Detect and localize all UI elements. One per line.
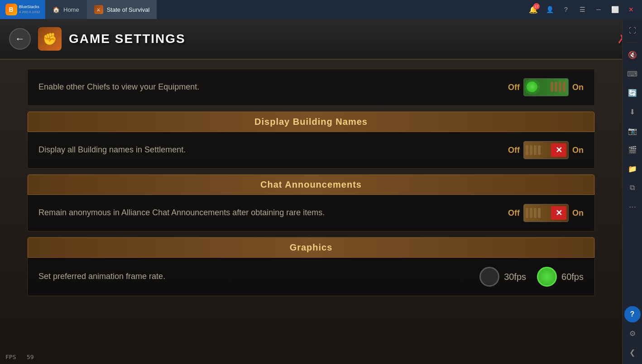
back-sidebar-button[interactable]: ❮ [624,344,641,360]
settings-header-icon: ✊ [38,27,62,51]
maximize-button[interactable]: ⬜ [608,2,622,17]
building-names-toggle-group: Off ✕ On [508,141,584,159]
equipment-on-label: On [572,83,584,92]
bluestacks-logo: B BlueStacks 4.260.0.1032 [0,0,45,19]
folder-button[interactable]: 📁 [624,161,641,177]
chat-description: Remain anonymous in Alliance Chat Announ… [38,207,508,218]
game-tab[interactable]: ⚔ State of Survival [87,0,158,19]
volume-button[interactable]: 🔇 [624,47,641,63]
equipment-toggle[interactable] [523,78,569,96]
building-names-toggle[interactable]: ✕ [523,141,569,159]
fps-value: 59 [27,354,34,360]
chat-announcements-card: Chat Announcements Remain anonymous in A… [27,174,595,232]
close-button[interactable]: ✕ [624,2,638,17]
notif-badge: 17 [533,3,540,9]
content-area: Enable other Chiefs to view your Equipme… [0,60,622,364]
bs-icon: B [5,4,17,15]
graphics-title: Graphics [290,242,333,252]
fps30-option[interactable]: 30fps [479,267,526,287]
home-tab-label: Home [63,6,79,13]
building-names-description: Display all Building names in Settlement… [38,144,508,156]
rotate-button[interactable]: 🔄 [624,85,641,101]
title-bar: B BlueStacks 4.260.0.1032 🏠 Home ⚔ State… [0,0,642,19]
fps60-label: 60fps [561,272,584,282]
equipment-setting-row: Enable other Chiefs to view your Equipme… [28,69,594,105]
building-on-label: On [572,146,584,155]
chat-announcements-header: Chat Announcements [28,175,594,195]
page-title: GAME SETTINGS [69,32,186,46]
home-tab[interactable]: 🏠 Home [45,0,87,19]
chat-on-label: On [572,208,584,218]
expand-button[interactable]: ⛶ [624,23,641,39]
home-tab-icon: 🏠 [53,6,60,13]
equipment-description: Enable other Chiefs to view your Equipme… [38,81,508,93]
graphics-card: Graphics Set preferred animation frame r… [27,237,595,296]
help-title-button[interactable]: ? [559,2,573,17]
fps30-circle [479,267,499,287]
right-sidebar: ⛶ 🔇 ⌨ 🔄 ⬇ 📷 🎬 📁 ⧉ ⋯ ? ⚙ ❮ [622,19,642,364]
chat-announcements-title: Chat Announcements [260,180,362,189]
fps-label: FPS [5,354,16,360]
toggle-on-knob [526,80,538,93]
screenshot-button[interactable]: 📷 [624,123,641,139]
toggle-x-icon: ✕ [551,143,566,157]
bs-text: BlueStacks 4.260.0.1032 [19,5,40,14]
chat-toggle[interactable]: ✕ [523,204,569,222]
toggle-bars [551,80,565,93]
chat-announcements-row: Remain anonymous in Alliance Chat Announ… [28,195,594,231]
minimize-button[interactable]: ─ [591,2,606,17]
multi-button[interactable]: ⧉ [624,180,641,196]
back-button[interactable]: ← [9,28,31,50]
graphics-header: Graphics [28,237,594,258]
back-icon: ← [15,33,25,45]
fps30-label: 30fps [504,272,526,282]
building-names-row: Display all Building names in Settlement… [28,132,594,168]
fps-display: FPS 59 [5,354,34,360]
chat-x-icon: ✕ [551,206,566,220]
fps-group: 30fps 60fps [479,267,584,287]
building-names-title: Display Building Names [254,117,368,127]
window-controls: 🔔 17 👤 ? ☰ ─ ⬜ ✕ [526,2,642,17]
more-sidebar-button[interactable]: ⋯ [624,199,641,215]
building-names-card: Display Building Names Display all Build… [27,111,595,169]
graphics-description: Set preferred animation frame rate. [38,271,479,282]
game-tab-label: State of Survival [107,6,150,13]
menu-button[interactable]: ☰ [575,2,589,17]
building-names-header: Display Building Names [28,112,594,132]
equipment-setting-card: Enable other Chiefs to view your Equipme… [27,69,595,106]
chat-toggle-bars [526,208,541,218]
settings-header: ← ✊ GAME SETTINGS ✗ [0,19,642,60]
building-off-label: Off [508,146,520,155]
gear-sidebar-button[interactable]: ⚙ [624,325,641,341]
game-tab-icon: ⚔ [94,5,103,14]
equipment-toggle-group: Off On [508,78,584,96]
install-button[interactable]: ⬇ [624,104,641,120]
chat-off-label: Off [508,208,520,218]
fps60-circle [537,267,557,287]
record-button[interactable]: 🎬 [624,142,641,158]
chat-toggle-group: Off ✕ On [508,204,584,222]
keyboard-button[interactable]: ⌨ [624,66,641,82]
sidebar-divider-1 [626,43,639,43]
notifications-button[interactable]: 🔔 17 [526,2,541,17]
graphics-row: Set preferred animation frame rate. 30fp… [28,258,594,296]
help-sidebar-button[interactable]: ? [624,306,641,322]
equipment-off-label: Off [508,83,520,92]
account-button[interactable]: 👤 [542,2,557,17]
fps60-option[interactable]: 60fps [537,267,584,287]
building-toggle-bars [526,145,541,155]
